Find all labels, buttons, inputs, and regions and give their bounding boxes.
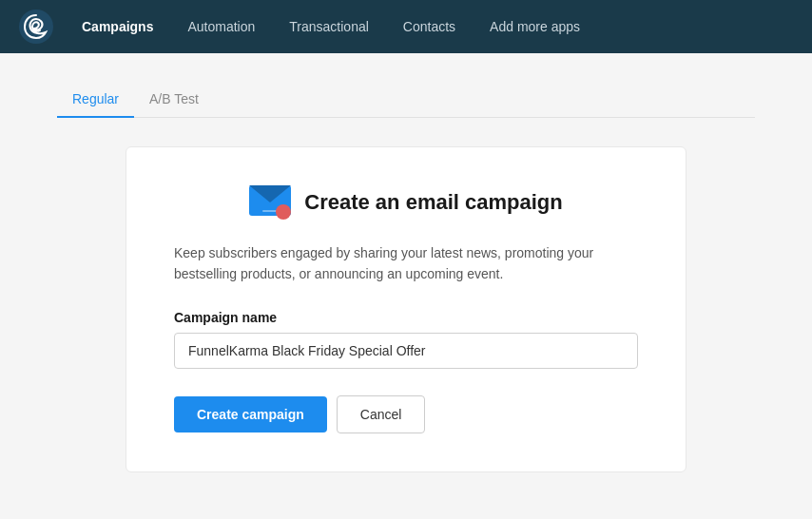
nav-contacts[interactable]: Contacts <box>386 0 473 53</box>
tab-ab-test[interactable]: A/B Test <box>134 82 214 118</box>
campaign-name-label: Campaign name <box>174 310 638 325</box>
nav-transactional[interactable]: Transactional <box>272 0 386 53</box>
campaign-card: Create an email campaign Keep subscriber… <box>126 146 686 472</box>
svg-rect-3 <box>262 210 278 212</box>
nav-campaigns[interactable]: Campaigns <box>65 0 170 53</box>
cancel-button[interactable]: Cancel <box>337 395 426 433</box>
form-actions: Create campaign Cancel <box>174 395 638 433</box>
campaign-name-input[interactable] <box>174 333 638 369</box>
logo[interactable] <box>19 10 53 44</box>
nav-add-more-apps[interactable]: Add more apps <box>473 0 597 53</box>
navbar: Campaigns Automation Transactional Conta… <box>0 0 812 53</box>
tab-regular[interactable]: Regular <box>57 82 134 118</box>
card-title: Create an email campaign <box>304 190 562 215</box>
navbar-links: Campaigns Automation Transactional Conta… <box>65 0 597 53</box>
nav-automation[interactable]: Automation <box>170 0 272 53</box>
create-campaign-button[interactable]: Create campaign <box>174 396 327 432</box>
main-content: Regular A/B Test Create an email campaig… <box>0 53 812 519</box>
tabs: Regular A/B Test <box>57 82 755 118</box>
email-icon <box>249 185 291 220</box>
svg-rect-4 <box>276 204 291 220</box>
card-header: Create an email campaign <box>174 185 638 220</box>
card-description: Keep subscribers engaged by sharing your… <box>174 242 638 285</box>
